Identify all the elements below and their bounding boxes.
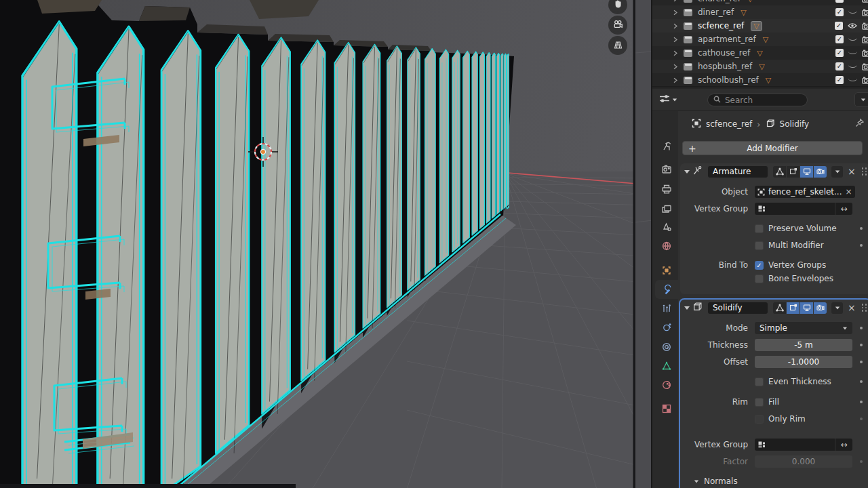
tab-view-layer[interactable] — [655, 199, 678, 218]
expander-chevron-icon[interactable] — [673, 77, 679, 83]
outliner-item-label[interactable]: church_ref — [698, 0, 741, 3]
outliner-item-label[interactable]: hospbush_ref — [698, 62, 752, 71]
expander-chevron-icon[interactable] — [673, 0, 679, 2]
tab-particles[interactable] — [655, 299, 678, 318]
collection-checkbox[interactable]: ✓ — [835, 22, 843, 30]
even-thickness-checkbox[interactable] — [755, 378, 764, 386]
extras-dropdown-button[interactable] — [831, 166, 843, 178]
outliner-item-label[interactable]: diner_ref — [698, 7, 734, 17]
solidify-panel-header[interactable]: Solidify — [680, 300, 868, 316]
collection-checkbox[interactable]: ✓ — [835, 49, 844, 57]
collection-checkbox[interactable]: ✓ — [835, 8, 844, 16]
offset-slider[interactable]: -1.0000 — [755, 356, 852, 368]
eye-closed-icon[interactable] — [848, 62, 857, 68]
camera-visibility-icon[interactable] — [862, 22, 868, 30]
expander-chevron-icon[interactable] — [673, 9, 679, 16]
pin-button[interactable] — [854, 118, 865, 130]
camera-visibility-icon[interactable] — [862, 63, 868, 70]
bone-envelopes-checkbox[interactable] — [755, 274, 764, 283]
edit-mode-toggle[interactable] — [773, 166, 786, 178]
tab-constraints[interactable] — [655, 338, 678, 357]
tab-object-data[interactable] — [655, 357, 678, 375]
rim-fill-checkbox[interactable] — [755, 398, 764, 407]
camera-visibility-icon[interactable] — [862, 49, 868, 57]
only-rim-checkbox[interactable] — [755, 415, 764, 424]
3d-viewport[interactable] — [0, 0, 652, 488]
grid-view-button[interactable] — [608, 36, 627, 55]
thickness-slider[interactable]: -5 m — [755, 339, 852, 351]
eye-closed-icon[interactable] — [848, 49, 857, 54]
outliner-row-diner_ref[interactable]: diner_ref▽✓ — [652, 5, 868, 19]
camera-visibility-icon[interactable] — [862, 0, 868, 3]
armature-object-field[interactable]: fence_ref_skelet... × — [755, 186, 855, 198]
invert-vertex-group-button[interactable]: ↔ — [835, 203, 852, 215]
mode-dropdown[interactable]: Simple — [755, 322, 852, 334]
animate-dot[interactable] — [852, 401, 868, 403]
outliner-panel[interactable]: church_ref▽✓diner_ref▽✓scfence_ref▽✓apar… — [652, 0, 868, 87]
breadcrumb-modifier[interactable]: Solidify — [780, 119, 810, 129]
outliner-row-apartment_ref[interactable]: apartment_ref▽✓ — [652, 33, 868, 46]
expander-chevron-icon[interactable] — [673, 64, 679, 70]
render-toggle[interactable] — [814, 166, 827, 178]
tab-material[interactable] — [655, 375, 678, 394]
tab-tool[interactable] — [655, 137, 678, 156]
add-modifier-button[interactable]: + Add Modifier — [682, 141, 863, 155]
modifier-name-field[interactable]: Solidify — [708, 302, 768, 314]
tab-render[interactable] — [655, 160, 678, 179]
render-toggle[interactable] — [814, 302, 827, 314]
drag-handle[interactable] — [862, 304, 867, 312]
animate-dot[interactable] — [852, 418, 868, 420]
vertex-groups-checkbox[interactable]: ✓ — [755, 261, 764, 270]
outliner-item-label[interactable]: schoolbush_ref — [698, 75, 759, 85]
tab-output[interactable] — [655, 180, 678, 199]
tab-texture[interactable] — [655, 399, 678, 418]
camera-visibility-icon[interactable] — [862, 77, 868, 84]
animate-dot[interactable] — [852, 327, 868, 329]
animate-dot[interactable] — [852, 460, 868, 463]
delete-modifier-button[interactable]: × — [846, 302, 858, 313]
filter-dropdown-button[interactable] — [854, 92, 868, 107]
collection-checkbox[interactable]: ✓ — [835, 35, 844, 43]
normals-subpanel-header[interactable]: Normals — [680, 474, 868, 488]
tab-object[interactable] — [655, 261, 678, 280]
outliner-row-cathouse_ref[interactable]: cathouse_ref▽✓ — [652, 46, 868, 60]
eye-closed-icon[interactable] — [848, 35, 857, 41]
animate-dot[interactable] — [852, 361, 868, 363]
eye-closed-icon[interactable] — [848, 8, 857, 14]
camera-visibility-icon[interactable] — [862, 9, 868, 16]
factor-slider[interactable]: 0.000 — [755, 455, 852, 468]
outliner-row-church_ref[interactable]: church_ref▽✓ — [652, 0, 868, 5]
realtime-toggle[interactable] — [800, 166, 813, 178]
outliner-row-hospbush_ref[interactable]: hospbush_ref▽✓ — [652, 60, 868, 73]
solidify-vertex-group-field[interactable] — [755, 439, 835, 451]
animate-dot[interactable] — [852, 380, 868, 383]
animate-dot[interactable] — [852, 244, 868, 247]
expander-chevron-icon[interactable] — [673, 37, 679, 43]
armature-vertex-group-field[interactable] — [755, 203, 835, 215]
on-cage-toggle[interactable] — [787, 302, 800, 314]
eye-open-icon[interactable] — [848, 22, 857, 29]
collection-checkbox[interactable]: ✓ — [835, 76, 844, 84]
eye-closed-icon[interactable] — [848, 76, 857, 81]
armature-panel-header[interactable]: Armature — [680, 163, 868, 180]
tab-modifiers[interactable] — [655, 280, 678, 299]
editor-type-button[interactable] — [658, 94, 677, 106]
outliner-item-label[interactable]: cathouse_ref — [698, 48, 750, 58]
on-cage-toggle[interactable] — [787, 166, 800, 178]
tab-scene[interactable] — [655, 218, 678, 237]
clear-object-button[interactable]: × — [846, 187, 852, 197]
viewport-canvas[interactable] — [0, 0, 652, 488]
collection-checkbox[interactable]: ✓ — [835, 0, 844, 3]
collection-checkbox[interactable]: ✓ — [835, 62, 844, 70]
tab-physics[interactable] — [655, 318, 678, 337]
edit-mode-toggle[interactable] — [773, 302, 786, 314]
tab-world[interactable] — [655, 237, 678, 256]
camera-view-button[interactable] — [608, 16, 627, 35]
breadcrumb[interactable]: scfence_ref › Solidify — [678, 115, 868, 133]
camera-visibility-icon[interactable] — [862, 36, 868, 43]
expander-chevron-icon[interactable] — [673, 23, 679, 29]
animate-dot[interactable] — [852, 344, 868, 346]
outliner-row-scfence_ref[interactable]: scfence_ref▽✓ — [652, 19, 868, 33]
modifier-name-field[interactable]: Armature — [708, 166, 768, 178]
drag-handle[interactable] — [862, 167, 867, 176]
